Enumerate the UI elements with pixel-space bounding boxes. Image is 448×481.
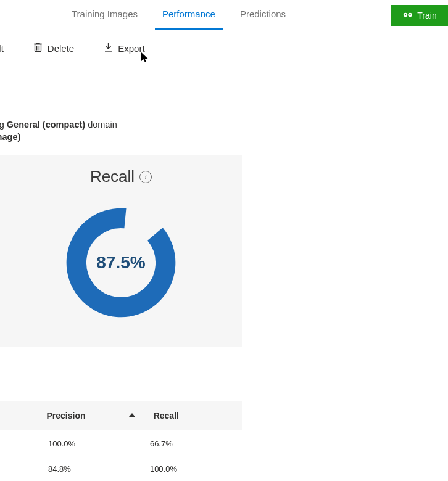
cell-precision: 100.0%	[41, 439, 143, 448]
column-header-recall[interactable]: Recall	[146, 411, 242, 421]
desc-line2: per image)	[0, 131, 117, 143]
recall-panel-title-row: Recall i	[0, 167, 242, 186]
desc-suffix: domain	[85, 120, 117, 130]
desc-prefix-bold: 3 using	[0, 120, 7, 130]
train-button[interactable]: Train	[391, 5, 448, 26]
precision-header-label: Precision	[47, 411, 86, 421]
recall-header-label: Recall	[154, 411, 179, 421]
train-button-label: Train	[417, 10, 436, 20]
iteration-description: 3 using General (compact) domain per ima…	[0, 118, 117, 143]
table-row: 100.0% 66.7%	[0, 430, 242, 456]
toolbar-item-cut-left[interactable]: ult	[0, 43, 4, 54]
trash-icon	[33, 42, 43, 54]
svg-point-1	[405, 14, 406, 15]
download-icon	[104, 42, 113, 54]
table-header-row: Precision Recall	[0, 401, 242, 430]
delete-label: Delete	[48, 43, 74, 54]
tab-bar: Training Images Performance Predictions	[59, 0, 298, 30]
recall-value-label: 87.5%	[0, 204, 242, 321]
info-icon[interactable]: i	[139, 171, 152, 183]
export-button[interactable]: Export	[104, 42, 144, 54]
export-label: Export	[118, 43, 144, 54]
cell-recall: 66.7%	[143, 439, 242, 448]
action-toolbar: ult Delete Export	[0, 37, 448, 59]
column-header-precision[interactable]: Precision	[39, 411, 145, 421]
per-tag-table: Precision Recall 100.0% 66.7% 84.8% 100.…	[0, 401, 242, 481]
desc-domain: General (compact)	[7, 120, 85, 130]
cell-precision: 84.8%	[41, 464, 143, 474]
delete-button[interactable]: Delete	[33, 42, 74, 54]
sort-ascending-icon	[128, 411, 136, 420]
gears-icon	[402, 10, 413, 21]
table-row: 84.8% 100.0%	[0, 456, 242, 481]
recall-panel: Recall i 87.5%	[0, 155, 242, 347]
tab-performance[interactable]: Performance	[150, 0, 228, 30]
recall-panel-title: Recall	[90, 167, 135, 186]
tab-training-images[interactable]: Training Images	[59, 0, 150, 30]
svg-point-3	[410, 14, 411, 15]
top-nav: Training Images Performance Predictions …	[0, 0, 448, 30]
tab-predictions[interactable]: Predictions	[228, 0, 298, 30]
cell-recall: 100.0%	[143, 464, 242, 474]
